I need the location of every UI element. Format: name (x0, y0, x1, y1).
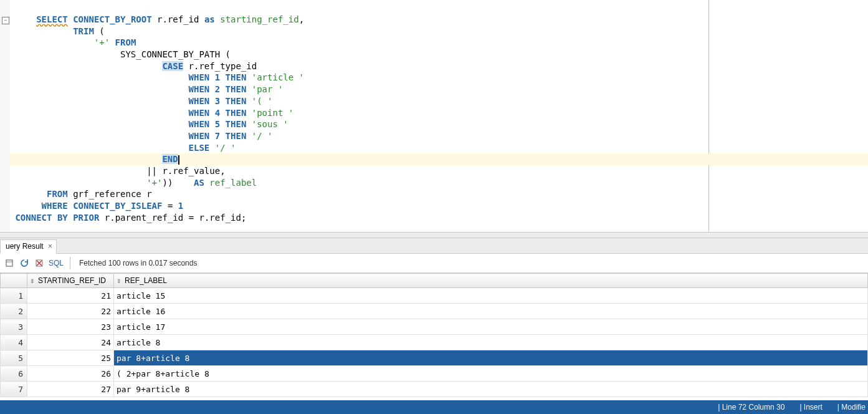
sql-button[interactable]: SQL (49, 259, 64, 267)
code-line[interactable]: '+' FROM (10, 37, 868, 49)
status-bar: | Line 72 Column 30 | Insert | Modifie (0, 400, 868, 414)
code-line[interactable]: SYS_CONNECT_BY_PATH ( (10, 49, 868, 60)
result-tabstrip: uery Result × (0, 238, 868, 254)
table-row[interactable]: 626( 2+par 8+article 8 (1, 366, 868, 382)
table-row[interactable]: 121article 15 (1, 288, 868, 304)
row-number: 4 (1, 335, 27, 350)
status-insert-mode: | Insert (799, 403, 822, 412)
toolbar-separator (70, 257, 70, 269)
column-header-ref-label[interactable]: ⇕REF_LABEL (114, 274, 868, 288)
code-line[interactable]: WHEN 7 THEN '/ ' (10, 130, 868, 142)
grid-corner (1, 274, 27, 288)
row-number: 3 (1, 319, 27, 335)
cell-starting-ref-id[interactable]: 24 (27, 335, 114, 350)
cell-ref-label[interactable]: article 17 (114, 319, 868, 335)
table-row[interactable]: 323article 17 (1, 319, 868, 335)
code-line[interactable]: WHEN 4 THEN 'point ' (10, 107, 868, 119)
fold-toggle-icon[interactable]: − (2, 17, 9, 24)
grid-header-row: ⇕STARTING_REF_ID ⇕REF_LABEL (1, 274, 868, 288)
code-line[interactable]: ELSE '/ ' (10, 142, 868, 154)
code-line[interactable]: WHEN 3 THEN '( ' (10, 95, 868, 107)
row-number: 6 (1, 366, 27, 382)
code-line[interactable]: WHEN 5 THEN 'sous ' (10, 118, 868, 130)
sort-icon[interactable]: ⇕ (30, 279, 36, 284)
cell-starting-ref-id[interactable]: 21 (27, 288, 114, 304)
code-line[interactable]: WHERE CONNECT_BY_ISLEAF = 1 (10, 200, 868, 212)
status-modified: | Modifie (837, 403, 866, 412)
row-number: 7 (1, 382, 27, 397)
code-line[interactable]: FROM grf_reference r (10, 188, 868, 200)
code-line[interactable]: CASE r.ref_type_id (10, 60, 868, 72)
result-toolbar: SQL Fetched 100 rows in 0.017 seconds (0, 254, 868, 273)
panel-splitter[interactable] (0, 232, 868, 238)
cell-ref-label[interactable]: article 16 (114, 304, 868, 319)
code-line[interactable]: END (10, 153, 868, 165)
cell-starting-ref-id[interactable]: 23 (27, 319, 114, 335)
cancel-icon[interactable] (34, 258, 45, 269)
close-icon[interactable]: × (48, 242, 52, 251)
code-line[interactable]: || r.ref_value, (10, 165, 868, 177)
result-grid[interactable]: ⇕STARTING_REF_ID ⇕REF_LABEL 121article 1… (0, 273, 868, 400)
code-line[interactable]: WHEN 2 THEN 'par ' (10, 84, 868, 95)
code-area[interactable]: SELECT CONNECT_BY_ROOT r.ref_id as start… (10, 0, 868, 232)
cell-ref-label[interactable]: par 9+article 8 (114, 382, 868, 397)
table-row[interactable]: 727par 9+article 8 (1, 382, 868, 397)
tab-label: uery Result (6, 242, 44, 251)
cell-starting-ref-id[interactable]: 25 (27, 350, 114, 366)
sort-icon[interactable]: ⇕ (117, 279, 123, 284)
table-row[interactable]: 222article 16 (1, 304, 868, 319)
cell-ref-label[interactable]: par 8+article 8 (114, 350, 868, 366)
text-cursor (178, 155, 179, 165)
code-line[interactable]: '+')) AS ref_label (10, 177, 868, 189)
row-number: 5 (1, 350, 27, 366)
cell-starting-ref-id[interactable]: 22 (27, 304, 114, 319)
pin-icon[interactable] (4, 258, 15, 269)
query-result-panel: uery Result × SQL Fetched 100 rows in 0.… (0, 238, 868, 400)
tab-query-result[interactable]: uery Result × (0, 239, 57, 254)
sql-editor[interactable]: − SELECT CONNECT_BY_ROOT r.ref_id as sta… (0, 0, 868, 232)
code-line[interactable]: CONNECT BY PRIOR r.parent_ref_id = r.ref… (10, 212, 868, 224)
code-line[interactable]: SELECT CONNECT_BY_ROOT r.ref_id as start… (10, 14, 868, 26)
table-row[interactable]: 525par 8+article 8 (1, 350, 868, 366)
row-number: 1 (1, 288, 27, 304)
cell-ref-label[interactable]: article 15 (114, 288, 868, 304)
refresh-icon[interactable] (19, 258, 30, 269)
cell-starting-ref-id[interactable]: 27 (27, 382, 114, 397)
cell-starting-ref-id[interactable]: 26 (27, 366, 114, 382)
fetch-status: Fetched 100 rows in 0.017 seconds (79, 259, 197, 267)
cell-ref-label[interactable]: ( 2+par 8+article 8 (114, 366, 868, 382)
cell-ref-label[interactable]: article 8 (114, 335, 868, 350)
app-root: − SELECT CONNECT_BY_ROOT r.ref_id as sta… (0, 0, 868, 414)
status-caret-pos: | Line 72 Column 30 (718, 403, 785, 412)
column-header-starting-ref-id[interactable]: ⇕STARTING_REF_ID (27, 274, 114, 288)
code-line[interactable]: TRIM ( (10, 26, 868, 37)
editor-gutter: − (0, 0, 10, 232)
svg-rect-0 (6, 260, 12, 266)
code-line[interactable]: WHEN 1 THEN 'article ' (10, 72, 868, 84)
table-row[interactable]: 424article 8 (1, 335, 868, 350)
row-number: 2 (1, 304, 27, 319)
